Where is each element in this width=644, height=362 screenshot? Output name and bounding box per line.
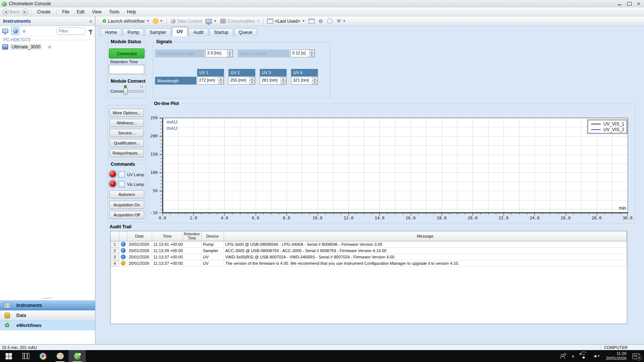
spin-up-icon[interactable]: ▲ [227,50,233,54]
record-button[interactable] [325,18,335,25]
spin-up-icon[interactable]: ▲ [218,77,224,81]
monitor-view-button[interactable]: ▼ [204,18,218,24]
settings-button[interactable]: ⚙ [316,18,325,25]
autozero-button[interactable]: Autozero [109,190,144,199]
menu-help[interactable]: Help [123,8,140,16]
col-message[interactable]: Message [224,231,627,241]
paint-taskbar-button[interactable] [51,350,69,362]
uv1-wavelength-stepper[interactable]: 272 [nm] ▲▼ [197,77,224,85]
qualification-button[interactable]: Qualification... [110,139,144,147]
tab-queue[interactable]: Queue [234,28,257,36]
spin-up-icon[interactable]: ▲ [281,77,286,81]
more-options-button[interactable]: More Options... [110,109,144,117]
tools-button[interactable]: ⚒ ▼ [335,18,348,24]
notification-center-icon[interactable]: 4 [632,353,640,359]
favorites-filter-icon[interactable]: ★ [22,28,26,34]
instrument-node[interactable]: Ultimate_3000 ★ [1,43,94,50]
close-button[interactable]: ✕ [637,2,640,6]
network-view-icon[interactable] [11,27,19,35]
online-plot-canvas[interactable] [162,118,628,213]
audit-row[interactable]: 3 i 20/01/2026 11:13:37 +00:00 UV VWD-3x… [111,254,627,260]
spin-down-icon[interactable]: ▼ [249,81,255,85]
take-control-button[interactable]: Take Control [169,18,204,25]
spin-down-icon[interactable]: ▼ [312,81,318,85]
chrome-taskbar-button[interactable] [34,350,51,362]
filter-input[interactable] [56,28,86,35]
sidebar-item-data[interactable]: Data [0,310,95,320]
launch-eworkflow-button[interactable]: ♻ Launch eWorkflow ▼ [100,18,151,25]
audit-row[interactable]: 2 i 20/01/2026 11:13:39 +00:00 Sampler A… [111,247,627,254]
connection-status-badge[interactable]: Connected [109,48,145,58]
favorite-star-icon[interactable]: ★ [47,44,52,50]
chevron-down-icon: ▼ [343,19,346,23]
commands-title: Commands [109,162,136,167]
minimize-button[interactable] [618,2,622,6]
menu-create[interactable]: Create [34,8,54,16]
spin-up-icon[interactable]: ▲ [249,77,255,81]
chromeleon-taskbar-button[interactable] [69,350,86,362]
back-icon[interactable]: ◀ [2,9,9,15]
uv3-wavelength-stepper[interactable]: 281 [nm] ▲▼ [260,77,287,85]
new-window-button[interactable] [307,18,316,24]
spin-down-icon[interactable]: ▼ [281,81,286,85]
spin-up-icon[interactable]: ▲ [312,77,318,81]
nav-splitter-handle[interactable]: ••••• [0,297,95,300]
forward-icon[interactable]: ▶ [22,9,29,15]
uv-lamp-checkbox[interactable] [119,171,125,178]
audit-row[interactable]: 4 ! 20/01/2026 11:13:37 +00:00 UV The ve… [111,260,627,266]
sun-icon [153,19,158,23]
tab-pump[interactable]: Pump [123,28,144,36]
menu-tools[interactable]: Tools [105,8,123,16]
menu-file[interactable]: File [59,8,73,16]
back-label[interactable]: Back [10,9,20,15]
tab-home[interactable]: Home [100,28,122,36]
col-date[interactable]: Date [127,231,152,241]
volume-muted-icon[interactable]: ◄✕ [593,354,600,358]
tab-startup[interactable]: Startup [209,28,233,36]
acquisition-off-button[interactable]: Acquisition Off [109,211,144,219]
computer-node[interactable]: PC-H0K7D73 [3,37,31,42]
col-retention-time[interactable]: Retention Time [183,231,201,241]
spin-up-icon[interactable]: ▲ [309,50,315,54]
uv2-wavelength-stepper[interactable]: 255 [nm] ▲▼ [228,77,255,85]
connect-slider-thumb[interactable] [123,88,128,95]
retention-time-field[interactable] [109,65,144,74]
maximize-button[interactable] [627,2,632,6]
sidebar-item-instruments[interactable]: Instruments [0,300,95,310]
menu-bar: ◀ Back ▶ Create File Edit View Tools Hel… [0,7,644,16]
computer-view-icon[interactable] [2,29,8,33]
data-collection-rate-stepper[interactable]: 2.0 [Hz] ▲▼ [205,50,233,57]
menu-view[interactable]: View [88,8,105,16]
filter-funnel-icon[interactable] [88,30,93,32]
spin-down-icon[interactable]: ▼ [227,54,233,57]
tab-audit[interactable]: Audit [189,28,208,36]
spin-down-icon[interactable]: ▼ [218,81,224,85]
menu-edit[interactable]: Edit [73,8,88,16]
taskbar-clock[interactable]: 11:20 20/01/2026 [606,351,626,361]
circle-icon [327,18,333,24]
uv4-wavelength-stepper[interactable]: 321 [nm] ▲▼ [291,77,318,85]
vis-lamp-checkbox[interactable] [119,181,125,187]
people-icon[interactable] [560,354,565,358]
collapse-panel-icon[interactable]: « [89,18,92,24]
relays-inputs-button[interactable]: Relays/Inputs... [110,149,144,157]
tray-expand-icon[interactable]: ∧ [571,354,574,358]
wellness-button[interactable]: Wellness... [110,119,144,127]
tab-sampler[interactable]: Sampler [145,28,171,36]
wifi-icon[interactable]: ✱ [581,354,587,359]
consumables-button[interactable]: Consumables ▼ [218,18,261,25]
acquisition-on-button[interactable]: Acquisition On [109,201,144,209]
time-constant-stepper[interactable]: 0.12 [s] ▲▼ [290,50,315,57]
service-button[interactable]: Service... [110,129,144,137]
last-used-layout-button[interactable]: <Last Used> ▼ [265,18,307,25]
spin-down-icon[interactable]: ▼ [309,54,315,57]
smart-startup-button[interactable]: ▼ [151,18,165,24]
col-device[interactable]: Device [201,231,224,241]
sidebar-item-eworkflows[interactable]: ♻ eWorkflows [0,320,95,330]
start-button[interactable] [0,350,17,362]
audit-row[interactable]: 1 i 20/01/2026 11:13:41 +00:00 Pump LPG-… [111,241,627,247]
uv4-header: UV 4 [291,69,318,76]
tab-uv[interactable]: UV [172,27,188,36]
task-view-button[interactable] [17,350,34,362]
col-time[interactable]: Time [152,231,183,241]
